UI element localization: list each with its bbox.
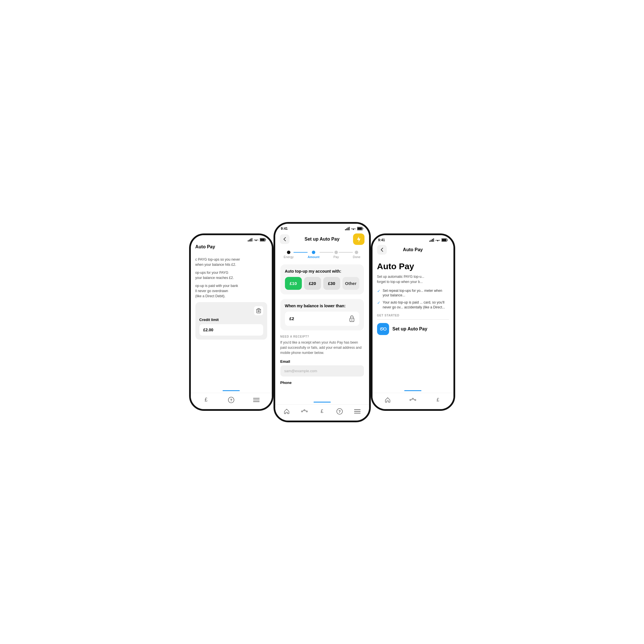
center-phone: 9:41 [274,222,371,422]
nav-icon-help-left[interactable]: ? [227,396,235,404]
svg-rect-25 [357,227,362,229]
email-placeholder: sam@example.com [284,369,317,373]
topup-card: Auto top-up my account with: £10 £20 £30… [280,264,364,294]
divider [377,319,449,320]
home-icon [284,409,290,414]
svg-point-46 [410,399,411,400]
center-wifi-icon [351,227,356,230]
center-signal-icon [345,227,350,230]
check-text-1: Set repeat top-ups for yo... meter when … [383,288,449,298]
receipt-label: NEED A RECEIPT? [280,335,364,338]
svg-rect-39 [431,240,431,242]
nav-chart-center[interactable] [300,407,308,415]
balance-input-row: £2 [285,312,359,326]
amount-btn-other[interactable]: Other [342,277,359,290]
svg-point-30 [306,411,307,412]
right-status-icons [429,238,448,242]
nav-pound-center[interactable]: £ [318,407,326,415]
svg-line-50 [413,399,415,400]
nav-icon-menu-left[interactable] [252,396,260,404]
svg-point-28 [301,411,302,412]
amount-btn-30[interactable]: £30 [323,277,340,290]
center-nav-bar: Set up Auto Pay [275,232,369,248]
nav-help-center[interactable]: ? [336,407,344,415]
step-label-energy: Energy [284,255,294,259]
step-pay: Pay [333,251,339,259]
svg-rect-6 [265,239,266,240]
setup-autopay-button[interactable]: Set up Auto Pay [377,323,449,335]
svg-rect-24 [362,228,363,229]
step-energy: Energy [284,251,294,259]
svg-text:?: ? [338,409,341,413]
svg-rect-2 [250,239,251,241]
setup-btn-label: Set up Auto Pay [393,326,427,332]
wifi-icon [254,238,258,241]
step-amount: Amount [308,251,320,259]
right-status-bar: 9:41 [372,235,453,243]
step-dot-done [355,251,358,254]
left-status-bar [191,235,272,243]
amount-btn-20[interactable]: £20 [304,277,321,290]
step-dot-energy [287,251,290,254]
nav-indicator-center [314,402,331,403]
right-nav-bar: Auto Pay [372,243,453,257]
email-label: Email [280,359,364,364]
nav-menu-center[interactable] [353,407,361,415]
back-arrow-icon [283,237,286,241]
home-icon-right [385,397,391,403]
receipt-section: NEED A RECEIPT? If you'd like a receipt … [280,335,364,385]
right-main-title: Auto Pay [377,261,449,271]
center-status-bar: 9:41 [275,224,369,232]
nav-home-right[interactable] [384,396,392,404]
lightning-icon [356,236,361,242]
nav-home-center[interactable] [283,407,291,415]
connector-3 [339,252,353,253]
left-sub-1: op-ups for your PAYG your balance reache… [195,270,267,280]
nav-chart-right[interactable] [409,396,417,404]
help-circle-icon: ? [336,408,343,415]
trash-icon [256,308,261,313]
connector-2 [320,252,334,253]
back-button-center[interactable] [280,234,290,244]
svg-line-31 [302,410,304,411]
amount-buttons-group: £10 £20 £30 Other [285,277,359,290]
menu-icon-left [253,398,259,402]
nav-indicator-right [404,390,421,391]
check-text-2: Your auto top-up is paid ... card, so yo… [383,300,449,310]
topup-card-title: Auto top-up my account with: [285,269,359,274]
svg-rect-20 [348,227,348,230]
balance-card: When my balance is lower than: £2 [280,299,364,330]
center-bottom-nav: £ ? [275,404,369,419]
step-label-pay: Pay [333,255,339,259]
step-done: Done [353,251,360,259]
lightning-button[interactable] [353,233,364,245]
svg-line-32 [305,410,306,411]
left-nav-title: Auto Pay [195,244,215,249]
svg-rect-38 [429,241,430,242]
delete-icon[interactable] [254,306,263,315]
back-button-right[interactable] [377,245,387,255]
svg-rect-3 [251,238,252,241]
nav-icon-pound-left[interactable]: £ [202,396,210,404]
right-nav-title: Auto Pay [403,247,423,252]
amount-btn-10[interactable]: £10 [285,277,302,290]
svg-rect-21 [349,227,350,230]
check-mark-2: ✓ [377,300,381,305]
svg-point-4 [256,241,256,241]
svg-rect-45 [442,239,446,241]
center-nav-title: Set up Auto Pay [304,237,339,242]
left-sub-2: op-up is paid with your bank ll never go… [195,283,267,299]
svg-rect-41 [433,238,434,242]
step-dot-amount [312,251,315,254]
right-time: 9:41 [378,238,385,242]
left-card: Credit limit £2.00 [195,302,267,340]
email-input[interactable]: sam@example.com [280,365,364,377]
svg-rect-0 [248,240,249,241]
nav-pound-right[interactable]: £ [434,396,442,404]
left-nav-bar: Auto Pay [191,243,272,252]
svg-rect-7 [260,238,265,241]
get-started-label: GET STARTED [377,314,449,317]
right-bottom-nav: £ [372,393,453,408]
chart-icon [301,409,308,414]
center-time: 9:41 [281,227,288,231]
